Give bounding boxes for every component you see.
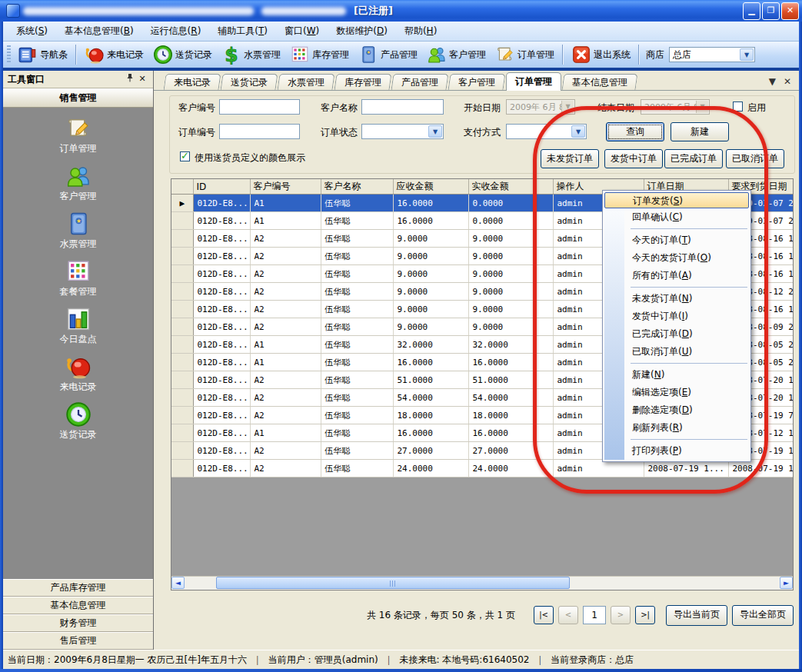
scrollbar-thumb[interactable]: [216, 577, 570, 589]
sidebar-group-button-1[interactable]: 基本信息管理: [3, 597, 153, 614]
maximize-button[interactable]: ❐: [762, 2, 780, 20]
row-selector-cell[interactable]: [171, 354, 193, 371]
status-filter-button-0[interactable]: 未发货订单: [541, 149, 599, 168]
row-selector-cell[interactable]: [171, 460, 193, 477]
menubar-item-0[interactable]: 系统(S): [8, 22, 56, 40]
status-filter-button-1[interactable]: 发货中订单: [604, 149, 663, 168]
menubar-item-3[interactable]: 辅助工具(T): [209, 22, 276, 40]
shop-select[interactable]: 总店▼: [669, 47, 755, 62]
start-date-picker[interactable]: 2009年 6月 8日 ▼: [506, 99, 575, 115]
sidebar-group-button-0[interactable]: 产品库存管理: [3, 579, 153, 597]
menubar-item-1[interactable]: 基本信息管理(B): [56, 22, 142, 40]
row-selector-cell[interactable]: [171, 407, 193, 424]
row-selector-cell[interactable]: [171, 265, 193, 283]
status-filter-button-3[interactable]: 已取消订单: [726, 149, 784, 168]
row-selector-cell[interactable]: [171, 212, 193, 230]
pay-method-select[interactable]: ▼: [506, 124, 587, 139]
row-selector-cell[interactable]: [171, 318, 193, 336]
context-menu-item-14[interactable]: 删除选定项(D): [604, 401, 749, 419]
toolbar-button-7[interactable]: 订单管理: [491, 43, 559, 66]
close-button[interactable]: ✕: [781, 2, 799, 20]
row-selector-cell[interactable]: [171, 248, 193, 265]
next-page-button[interactable]: >: [611, 606, 631, 624]
tab-5[interactable]: 客户管理: [448, 74, 506, 90]
sidebar-group-sales[interactable]: 销售管理: [3, 88, 153, 108]
toolbar-button-4[interactable]: 库存管理: [285, 43, 354, 66]
sidebar-item-4[interactable]: 今日盘点: [3, 306, 153, 354]
menubar-item-6[interactable]: 帮助(H): [396, 22, 445, 40]
last-page-button[interactable]: >|: [635, 606, 655, 624]
scroll-left-icon[interactable]: ◄: [171, 577, 185, 589]
context-menu-item-7[interactable]: 未发货订单(N): [604, 290, 749, 308]
tab-0[interactable]: 来电记录: [164, 74, 221, 90]
page-number-input[interactable]: 1: [583, 606, 606, 624]
toolbar-button-3[interactable]: $水票管理: [217, 43, 285, 66]
row-selector-cell[interactable]: [171, 389, 193, 407]
color-display-checkbox[interactable]: [180, 151, 190, 161]
status-filter-button-2[interactable]: 已完成订单: [664, 149, 723, 168]
menubar-item-5[interactable]: 数据维护(D): [328, 22, 396, 40]
export-all-pages-button[interactable]: 导出全部页: [732, 605, 794, 626]
row-selector-cell[interactable]: [171, 301, 193, 318]
toolbar-button-1[interactable]: 来电记录: [80, 43, 148, 66]
horizontal-scrollbar[interactable]: ◄ ►: [171, 576, 793, 590]
customer-no-input[interactable]: [219, 99, 300, 115]
pin-icon[interactable]: [124, 73, 136, 85]
tab-6[interactable]: 订单管理: [506, 72, 561, 91]
prev-page-button[interactable]: <: [558, 606, 578, 624]
context-menu-item-1[interactable]: 回单确认(C): [604, 208, 749, 226]
scroll-right-icon[interactable]: ►: [780, 577, 793, 589]
export-current-page-button[interactable]: 导出当前页: [666, 605, 727, 626]
order-no-input[interactable]: [219, 124, 300, 139]
sidebar-item-1[interactable]: 客户管理: [3, 163, 153, 211]
sidebar-group-button-2[interactable]: 财务管理: [3, 614, 153, 632]
enable-checkbox[interactable]: [733, 101, 743, 111]
customer-name-input[interactable]: [361, 99, 444, 115]
tab-close-icon[interactable]: ✕: [784, 76, 791, 87]
column-header[interactable]: 实收金额: [468, 179, 553, 195]
row-selector-cell[interactable]: [171, 371, 193, 389]
context-menu-item-8[interactable]: 发货中订单(I): [604, 308, 749, 325]
sidebar-item-3[interactable]: 套餐管理: [3, 258, 153, 306]
context-menu-item-4[interactable]: 今天的发货订单(O): [604, 249, 749, 267]
tab-1[interactable]: 送货记录: [221, 74, 278, 90]
menubar-item-4[interactable]: 窗口(W): [276, 22, 328, 40]
row-selector-cell[interactable]: [171, 442, 193, 460]
context-menu-item-17[interactable]: 打印列表(P): [604, 442, 749, 460]
context-menu-item-0[interactable]: 订单发货(S): [604, 192, 749, 208]
new-button[interactable]: 新建: [671, 122, 729, 141]
row-selector-cell[interactable]: [171, 424, 193, 442]
context-menu-item-13[interactable]: 编辑选定项(E): [604, 384, 749, 401]
column-header[interactable]: 客户名称: [321, 179, 393, 195]
tab-list-icon[interactable]: ▼: [769, 76, 776, 87]
context-menu-item-15[interactable]: 刷新列表(R): [604, 419, 749, 437]
sidebar-group-button-3[interactable]: 售后管理: [3, 632, 153, 650]
toolbar-button-2[interactable]: 送货记录: [148, 43, 217, 66]
context-menu-item-3[interactable]: 今天的订单(T): [604, 231, 749, 249]
column-header[interactable]: 客户编号: [250, 179, 321, 195]
tab-2[interactable]: 水票管理: [278, 74, 335, 90]
column-header[interactable]: ID: [193, 179, 250, 195]
query-button[interactable]: 查询: [606, 122, 664, 141]
row-selector-cell[interactable]: ▶: [171, 195, 193, 212]
row-selector-header[interactable]: [171, 179, 193, 195]
row-selector-cell[interactable]: [171, 283, 193, 301]
menubar-item-2[interactable]: 运行信息(R): [142, 22, 210, 40]
context-menu-item-5[interactable]: 所有的订单(A): [604, 267, 749, 284]
order-status-select[interactable]: ▼: [361, 124, 444, 139]
column-header[interactable]: 应收金额: [393, 179, 468, 195]
tab-7[interactable]: 基本信息管理: [562, 74, 638, 90]
context-menu-item-10[interactable]: 已取消订单(U): [604, 343, 749, 361]
sidebar-item-2[interactable]: ★水票管理: [3, 211, 153, 258]
sidebar-close-icon[interactable]: ✕: [136, 73, 148, 85]
tab-4[interactable]: 产品管理: [391, 74, 449, 90]
row-selector-cell[interactable]: [171, 336, 193, 354]
toolbar-button-8[interactable]: 退出系统: [567, 43, 635, 66]
minimize-button[interactable]: ▁: [743, 2, 760, 20]
tab-3[interactable]: 库存管理: [334, 74, 392, 90]
toolbar-button-6[interactable]: 客户管理: [422, 43, 491, 66]
toolbar-button-0[interactable]: 导航条: [13, 43, 72, 66]
end-date-picker[interactable]: 2009年 6月 8日 ▼: [641, 99, 710, 115]
sidebar-item-0[interactable]: 订单管理: [3, 115, 153, 163]
toolbar-button-5[interactable]: ★产品管理: [354, 43, 422, 66]
